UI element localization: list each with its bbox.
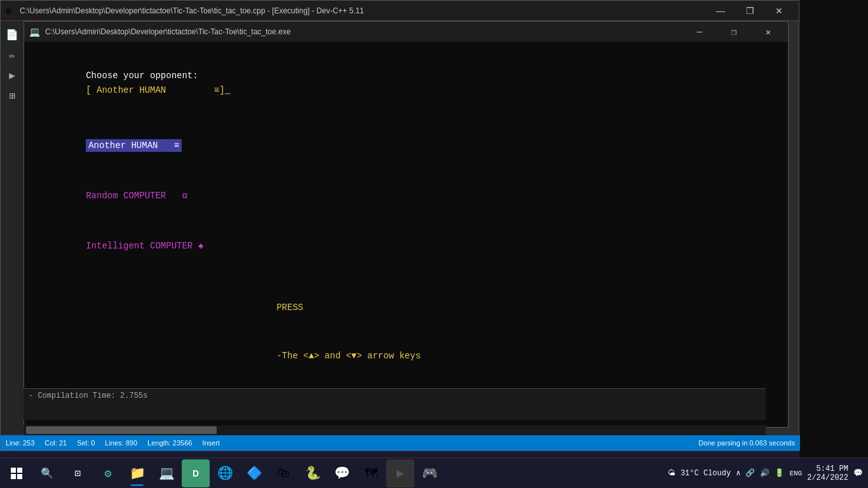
taskbar-python[interactable]: 🐍 [299, 459, 327, 487]
press-label: PRESS [276, 302, 303, 313]
tray-network-icon[interactable]: 🔗 [745, 468, 755, 478]
status-insert: Insert [202, 439, 220, 447]
menu-item-1-line[interactable]: Another HUMAN ≡ [43, 125, 769, 167]
taskview-button[interactable]: ⊡ [64, 459, 92, 487]
taskbar-vscode[interactable]: 💻 [153, 459, 180, 487]
menu-item-1-selected: Another HUMAN ≡ [86, 139, 182, 152]
tray-weather-text: 31°C Cloudy [681, 469, 731, 478]
sidebar-edit-icon[interactable]: ✏ [3, 46, 21, 64]
sidebar-file-icon[interactable]: 📄 [3, 26, 21, 44]
taskbar: 🔍 ⊡ ⚙ 📁 💻 D 🌐 🔷 🛍 🐍 💬 🗺 ▶ 🎮 🌤 31°C Cloud… [0, 458, 868, 488]
log-text: - Compilation Time: 2.755s [29, 391, 147, 400]
status-sel: Sel: 0 [77, 439, 95, 447]
ide-title-bar: ⚙ C:\Users\Admin\Desktop\Developer\ticta… [1, 1, 799, 21]
taskbar-teams[interactable]: 💬 [328, 459, 356, 487]
ide-sidebar: 📄 ✏ ▶ ⊞ [1, 21, 24, 434]
console-title-bar: 💻 C:\Users\Admin\Desktop\Developer\ticta… [24, 22, 788, 42]
menu-item-2-text: Random COMPUTER α [86, 191, 187, 201]
clock-time: 5:41 PM [817, 464, 848, 473]
start-button[interactable] [3, 459, 31, 487]
console-app-icon: 💻 [29, 27, 40, 37]
selected-option-display: [ Another HUMAN ≡] [86, 85, 224, 95]
system-tray: 🌤 31°C Cloudy ∧ 🔗 🔊 🔋 ENG 5:41 PM 2/24/2… [668, 464, 868, 482]
instruction-line-1: -The <▲> and <▼> arrow keys [234, 334, 769, 377]
console-close-btn[interactable]: ✕ [754, 22, 783, 42]
taskbar-terminal[interactable]: ▶ [386, 459, 414, 487]
console-maximize-btn[interactable]: ❐ [719, 22, 749, 42]
ide-minimize-btn[interactable]: — [706, 1, 735, 21]
ide-close-btn[interactable]: ✕ [764, 1, 794, 21]
press-line: PRESS [234, 287, 769, 329]
choose-label: Choose your opponent: [86, 71, 219, 81]
ide-app-icon: ⚙ [6, 6, 16, 16]
arrow-keys-instruction: -The <▲> and <▼> arrow keys [276, 351, 421, 361]
taskbar-left: 🔍 ⊡ [0, 459, 92, 487]
taskbar-edge[interactable]: 🔷 [240, 459, 268, 487]
status-line: Line: 253 [6, 439, 34, 447]
taskbar-explorer[interactable]: 📁 [123, 459, 151, 487]
right-panel [799, 0, 868, 488]
status-lines: Lines: 890 [105, 439, 137, 447]
console-window: 💻 C:\Users\Admin\Desktop\Developer\ticta… [24, 21, 789, 428]
ide-maximize-btn[interactable]: ❐ [735, 1, 764, 21]
choose-opponent-line: Choose your opponent: [ Another HUMAN ≡]… [43, 55, 769, 112]
search-button[interactable]: 🔍 [33, 459, 61, 487]
taskbar-devcpp[interactable]: ⚙ [94, 459, 122, 487]
console-minimize-btn[interactable]: — [685, 22, 714, 42]
log-area: - Compilation Time: 2.755s [24, 388, 766, 420]
ide-window-controls: — ❐ ✕ [706, 1, 794, 21]
taskbar-chrome[interactable]: 🌐 [211, 459, 239, 487]
h-scrollbar[interactable] [24, 425, 766, 435]
taskbar-maps[interactable]: 🗺 [357, 459, 385, 487]
tray-lang: ENG [789, 470, 802, 477]
status-parsing: Done parsing in 0.063 seconds [698, 439, 795, 447]
status-bar: Line: 253 Col: 21 Sel: 0 Lines: 890 Leng… [1, 435, 800, 451]
cursor-blink: _ [225, 85, 230, 95]
menu-item-3-text: Intelligent COMPUTER ♠ [86, 241, 203, 251]
tray-chevron[interactable]: ∧ [736, 468, 740, 478]
windows-logo [11, 468, 22, 479]
console-title-text: C:\Users\Admin\Desktop\Developer\tictact… [45, 27, 680, 36]
h-scroll-thumb[interactable] [26, 426, 217, 434]
clock-date: 2/24/2022 [807, 473, 848, 482]
console-content: Choose your opponent: [ Another HUMAN ≡]… [24, 42, 788, 427]
notification-icon[interactable]: 💬 [853, 468, 863, 478]
tray-volume-icon[interactable]: 🔊 [760, 468, 770, 478]
status-length: Length: 23566 [147, 439, 192, 447]
ide-title-text: C:\Users\Admin\Desktop\Developer\tictact… [20, 6, 706, 15]
menu-item-3-line[interactable]: Intelligent COMPUTER ♠ [43, 225, 769, 268]
menu-item-2-line[interactable]: Random COMPUTER α [43, 175, 769, 217]
ide-window: ⚙ C:\Users\Admin\Desktop\Developer\ticta… [0, 0, 799, 451]
status-col: Col: 21 [44, 439, 67, 447]
tray-weather-icon: 🌤 [668, 468, 675, 478]
system-clock[interactable]: 5:41 PM 2/24/2022 [807, 464, 848, 482]
tray-battery-icon[interactable]: 🔋 [775, 468, 784, 478]
taskbar-store[interactable]: 🛍 [269, 459, 297, 487]
sidebar-grid-icon[interactable]: ⊞ [3, 87, 21, 105]
taskbar-devtools[interactable]: D [182, 459, 210, 487]
taskbar-apps: ⚙ 📁 💻 D 🌐 🔷 🛍 🐍 💬 🗺 ▶ 🎮 [92, 459, 444, 487]
sidebar-run-icon[interactable]: ▶ [3, 67, 21, 85]
taskbar-xbox[interactable]: 🎮 [416, 459, 444, 487]
